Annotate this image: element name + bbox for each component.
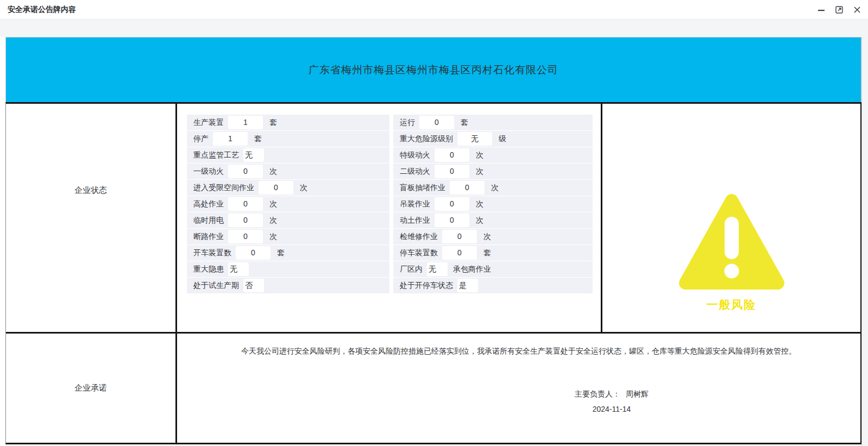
field-input-road-breaking-work[interactable]: 0 xyxy=(228,230,263,243)
maximize-icon xyxy=(835,5,844,14)
status-field-row: 重点监管工艺无 xyxy=(187,147,389,163)
field-input-major-hidden-danger[interactable]: 无 xyxy=(228,262,249,276)
field-input-maintenance-work[interactable]: 0 xyxy=(442,230,477,243)
field-input-parking-device-count[interactable]: 0 xyxy=(442,246,477,260)
field-unit-level2-hot-work: 次 xyxy=(476,167,483,177)
field-input-contractor-in-plant[interactable]: 无 xyxy=(427,262,448,276)
field-label-maintenance-work: 检维修作业 xyxy=(400,232,438,242)
status-field-row: 检维修作业0次 xyxy=(393,229,593,244)
field-input-trial-production-period[interactable]: 否 xyxy=(243,279,264,292)
bulletin-board: 广东省梅州市梅县区梅州市梅县区丙村石化有限公司 企业状态 生产装置1套停产1套重… xyxy=(5,37,861,444)
risk-level-label: 一般风险 xyxy=(707,297,757,312)
field-unit-major-hazard-source-level: 级 xyxy=(499,134,506,144)
field-input-confined-space-entry[interactable]: 0 xyxy=(259,181,293,194)
field-unit-temporary-electricity: 次 xyxy=(269,216,277,225)
field-input-temporary-electricity[interactable]: 0 xyxy=(228,213,263,227)
commitment-date: 2024-11-14 xyxy=(541,403,682,415)
field-input-startup-device-count[interactable]: 0 xyxy=(236,246,271,260)
risk-indicator: 一般风险 xyxy=(678,192,785,312)
field-label-startup-shutdown-state: 处于开停车状态 xyxy=(400,281,453,291)
company-header-banner: 广东省梅州市梅县区梅州市梅县区丙村石化有限公司 xyxy=(5,37,861,102)
field-suffix-contractor-in-plant: 承包商作业 xyxy=(453,265,491,274)
status-row: 企业状态 生产装置1套停产1套重点监管工艺无一级动火0次进入受限空间作业0次高处… xyxy=(6,104,860,332)
commitment-row: 企业承诺 今天我公司进行安全风险研判，各项安全风险防控措施已经落实到位，我承诺所… xyxy=(6,332,860,443)
close-icon xyxy=(853,5,861,14)
status-field-row: 重大隐患无 xyxy=(187,261,389,277)
close-button[interactable] xyxy=(851,3,864,16)
status-form: 生产装置1套停产1套重点监管工艺无一级动火0次进入受限空间作业0次高处作业0次临… xyxy=(187,115,601,294)
field-input-earthwork[interactable]: 0 xyxy=(435,213,469,227)
status-form-right-column: 运行0套重大危险源级别无级特级动火0次二级动火0次盲板抽堵作业0次吊装作业0次动… xyxy=(393,115,593,294)
field-input-running-units[interactable]: 0 xyxy=(419,116,454,129)
status-field-row: 临时用电0次 xyxy=(187,212,389,228)
status-field-row: 厂区内无承包商作业 xyxy=(393,261,593,277)
field-label-level2-hot-work: 二级动火 xyxy=(400,167,430,177)
status-field-row: 停产1套 xyxy=(187,131,389,147)
field-unit-road-breaking-work: 次 xyxy=(269,232,277,242)
field-unit-earthwork: 次 xyxy=(476,216,483,225)
status-field-row: 高处作业0次 xyxy=(187,196,389,212)
status-field-row: 盲板抽堵作业0次 xyxy=(393,180,593,196)
status-field-row: 停车装置数0套 xyxy=(393,245,593,261)
field-input-key-regulated-process[interactable]: 无 xyxy=(243,148,264,162)
company-name: 广东省梅州市梅县区梅州市梅县区丙村石化有限公司 xyxy=(309,63,558,77)
field-label-trial-production-period: 处于试生产期 xyxy=(193,281,239,291)
field-unit-shutdown-units: 套 xyxy=(254,134,262,144)
status-section-label: 企业状态 xyxy=(74,185,107,332)
toolbar-strip xyxy=(0,19,868,37)
status-field-row: 运行0套 xyxy=(393,115,593,130)
field-label-shutdown-units: 停产 xyxy=(193,134,209,144)
field-unit-level1-hot-work: 次 xyxy=(269,167,277,177)
field-label-major-hazard-source-level: 重大危险源级别 xyxy=(400,134,453,144)
field-input-startup-shutdown-state[interactable]: 是 xyxy=(457,279,478,292)
status-field-row: 进入受限空间作业0次 xyxy=(187,180,389,196)
field-input-major-hazard-source-level[interactable]: 无 xyxy=(457,132,492,146)
field-unit-production-units: 套 xyxy=(269,118,277,128)
field-unit-running-units: 套 xyxy=(461,118,468,128)
field-unit-startup-device-count: 套 xyxy=(277,248,285,258)
responsible-person-name: 周树辉 xyxy=(626,390,649,398)
status-field-row: 开车装置数0套 xyxy=(187,245,389,261)
field-input-blind-plate-plugging[interactable]: 0 xyxy=(450,181,485,194)
status-field-row: 断路作业0次 xyxy=(187,229,389,244)
field-label-startup-device-count: 开车装置数 xyxy=(193,248,231,258)
risk-cell: 一般风险 xyxy=(602,104,860,332)
status-field-row: 特级动火0次 xyxy=(393,147,593,163)
minimize-button[interactable] xyxy=(815,3,828,16)
field-label-lifting-work: 吊装作业 xyxy=(400,199,430,209)
field-unit-lifting-work: 次 xyxy=(476,199,483,209)
field-input-work-at-height[interactable]: 0 xyxy=(228,197,263,211)
field-unit-maintenance-work: 次 xyxy=(483,232,491,242)
window-controls xyxy=(815,3,868,16)
status-field-row: 二级动火0次 xyxy=(393,164,593,179)
field-input-shutdown-units[interactable]: 1 xyxy=(213,132,248,146)
field-input-level2-hot-work[interactable]: 0 xyxy=(435,165,469,178)
field-label-key-regulated-process: 重点监管工艺 xyxy=(193,150,239,160)
minimize-icon xyxy=(817,5,826,14)
status-form-left-column: 生产装置1套停产1套重点监管工艺无一级动火0次进入受限空间作业0次高处作业0次临… xyxy=(187,115,389,294)
field-input-level1-hot-work[interactable]: 0 xyxy=(228,165,263,178)
status-field-row: 重大危险源级别无级 xyxy=(393,131,593,147)
field-label-temporary-electricity: 临时用电 xyxy=(193,216,224,225)
field-input-production-units[interactable]: 1 xyxy=(228,116,263,129)
status-form-cell: 生产装置1套停产1套重点监管工艺无一级动火0次进入受限空间作业0次高处作业0次临… xyxy=(177,104,602,332)
signature-block: 主要负责人：周树辉 2024-11-14 xyxy=(541,388,682,415)
commitment-content-cell: 今天我公司进行安全风险研判，各项安全风险防控措施已经落实到位，我承诺所有安全生产… xyxy=(177,334,860,443)
field-label-parking-device-count: 停车装置数 xyxy=(400,248,438,258)
status-field-row: 吊装作业0次 xyxy=(393,196,593,212)
field-label-blind-plate-plugging: 盲板抽堵作业 xyxy=(400,183,445,193)
status-field-row: 处于试生产期否 xyxy=(187,278,389,293)
field-unit-confined-space-entry: 次 xyxy=(300,183,307,193)
field-label-work-at-height: 高处作业 xyxy=(193,199,224,209)
responsible-person-label: 主要负责人： xyxy=(575,390,620,398)
warning-triangle-icon xyxy=(678,192,785,291)
field-input-lifting-work[interactable]: 0 xyxy=(435,197,469,211)
field-unit-parking-device-count: 套 xyxy=(483,248,491,258)
responsible-person-line: 主要负责人：周树辉 xyxy=(541,388,682,400)
bulletin-table: 企业状态 生产装置1套停产1套重点监管工艺无一级动火0次进入受限空间作业0次高处… xyxy=(5,102,861,444)
field-input-special-hot-work[interactable]: 0 xyxy=(435,148,469,162)
maximize-button[interactable] xyxy=(833,3,846,16)
field-unit-work-at-height: 次 xyxy=(269,199,277,209)
field-label-major-hidden-danger: 重大隐患 xyxy=(193,265,224,274)
field-label-level1-hot-work: 一级动火 xyxy=(193,167,224,177)
